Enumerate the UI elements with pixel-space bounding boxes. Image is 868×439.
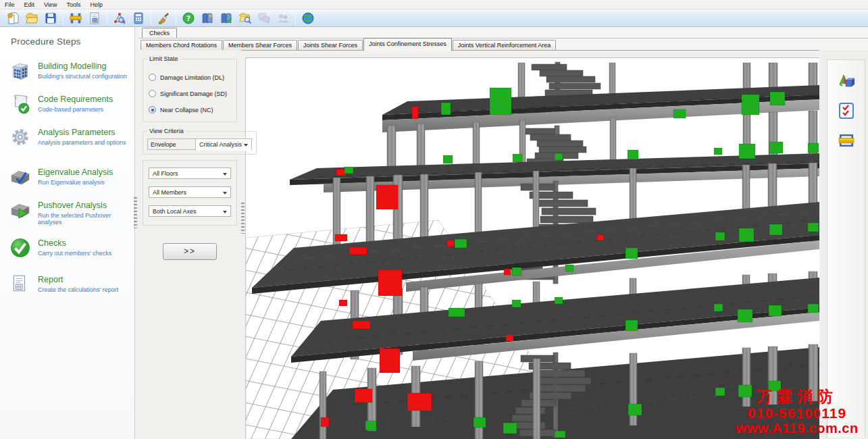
building-icon bbox=[9, 60, 31, 82]
toolbar-separator bbox=[63, 11, 63, 25]
step-subtitle: Run the selected Pushover analyses bbox=[38, 212, 134, 226]
expand-button[interactable]: >> bbox=[163, 243, 217, 260]
members-select[interactable]: All Members bbox=[149, 186, 231, 198]
report-preview-icon[interactable] bbox=[86, 11, 103, 26]
radio-label: Damage Limitation (DL) bbox=[160, 74, 224, 81]
step-title: Building Modelling bbox=[38, 61, 127, 71]
website-globe-icon[interactable] bbox=[300, 11, 316, 26]
sidebar-item-checks[interactable]: Checks Carry out members' checks bbox=[9, 237, 134, 259]
save-project-icon[interactable] bbox=[43, 11, 59, 26]
checks-book-icon[interactable] bbox=[218, 11, 234, 26]
sidebar-item-building-modelling[interactable]: Building Modelling Building's structural… bbox=[9, 60, 134, 82]
radio-circle[interactable] bbox=[149, 74, 156, 81]
step-title: Eigenvalue Analysis bbox=[38, 167, 113, 177]
tab-strip: Checks Members Chord Rotations Members S… bbox=[138, 27, 868, 50]
subtab-strip: Members Chord Rotations Members Shear Fo… bbox=[141, 38, 557, 50]
menu-help[interactable]: Help bbox=[85, 1, 107, 8]
scroll-check-icon bbox=[9, 93, 31, 115]
step-title: Analysis Parameters bbox=[38, 128, 126, 137]
sidebar-item-pushover-analysis[interactable]: Pushover Analysis Run the selected Pusho… bbox=[9, 199, 134, 226]
procedure-steps-panel: Procedure Steps Building Modelling Build… bbox=[0, 27, 135, 439]
step-title: Pushover Analysis bbox=[38, 201, 134, 210]
radio-circle[interactable] bbox=[149, 106, 156, 113]
subtab-joints-confinement-stresses[interactable]: Joints Confinement Stresses bbox=[363, 38, 452, 51]
sidebar-item-eigenvalue-analysis[interactable]: Eigenvalue Analysis Run Eigenvalue analy… bbox=[9, 166, 134, 188]
subtab-members-shear-forces[interactable]: Members Shear Forces bbox=[223, 40, 297, 50]
checks-settings-icon[interactable] bbox=[836, 101, 857, 121]
building-model-scene bbox=[246, 58, 819, 439]
radio-circle[interactable] bbox=[149, 90, 156, 97]
menu-file[interactable]: File bbox=[0, 1, 20, 8]
calculator-icon[interactable] bbox=[130, 11, 147, 26]
options-splitter[interactable] bbox=[241, 203, 245, 234]
sidebar-splitter[interactable] bbox=[134, 197, 137, 228]
step-subtitle: Carry out members' checks bbox=[38, 250, 111, 257]
subtab-joints-vertical-reinforcement-area[interactable]: Joints Vertical Reinforcement Area bbox=[453, 40, 557, 50]
green-check-icon bbox=[9, 237, 31, 259]
menu-edit[interactable]: Edit bbox=[20, 1, 40, 8]
step-subtitle: Code-based parameters bbox=[38, 106, 113, 113]
axes-select[interactable]: Both Local Axes bbox=[149, 205, 231, 217]
menu-view[interactable]: View bbox=[39, 1, 61, 8]
analysis-select[interactable]: Critical Analysis bbox=[195, 139, 251, 151]
sidebar-item-analysis-parameters[interactable]: Analysis Parameters Analysis parameters … bbox=[9, 126, 134, 148]
eigenvalue-block-icon bbox=[9, 166, 31, 188]
radio-damage-limitation[interactable]: Damage Limitation (DL) bbox=[149, 74, 231, 81]
sidebar-item-report[interactable]: Report Create the calculations' report bbox=[9, 274, 134, 295]
view-criteria-group: View Criteria Envelope Critical Analysis bbox=[143, 128, 257, 155]
step-title: Checks bbox=[38, 238, 111, 248]
view-tools-inner bbox=[827, 59, 865, 438]
view-tools-panel bbox=[819, 50, 868, 439]
svg-text:★: ★ bbox=[207, 13, 212, 19]
open-project-icon[interactable] bbox=[24, 11, 40, 26]
tutorial-book-icon[interactable]: ★ bbox=[199, 11, 215, 26]
main-toolbar: ? ★ bbox=[0, 9, 868, 27]
radio-label: Significant Damage (SD) bbox=[160, 91, 227, 97]
sidebar-item-code-requirements[interactable]: Code Requirements Code-based parameters bbox=[9, 93, 134, 115]
limit-state-group: Limit State Damage Limitation (DL) Signi… bbox=[143, 55, 237, 122]
frame-modeller-icon[interactable] bbox=[68, 11, 84, 26]
view-criteria-label: View Criteria bbox=[147, 128, 186, 134]
radio-significant-damage[interactable]: Significant Damage (SD) bbox=[149, 90, 231, 97]
frame-elements-icon[interactable] bbox=[836, 130, 857, 151]
tab-checks[interactable]: Checks bbox=[142, 28, 177, 38]
browse-folder-icon[interactable] bbox=[237, 11, 253, 26]
toolbar-separator bbox=[107, 11, 107, 25]
step-subtitle: Analysis parameters and options bbox=[38, 139, 126, 146]
envelope-label: Envelope bbox=[148, 139, 195, 149]
gear-icon bbox=[9, 126, 31, 148]
radio-label: Near Collapse (NC) bbox=[160, 107, 213, 113]
step-title: Report bbox=[38, 275, 118, 284]
pushover-block-icon bbox=[9, 199, 31, 221]
new-document-icon[interactable] bbox=[5, 11, 21, 26]
report-icon bbox=[9, 274, 31, 295]
toolbar-separator bbox=[295, 11, 296, 25]
checks-options-panel: Limit State Damage Limitation (DL) Signi… bbox=[138, 50, 241, 439]
user-accounts-icon[interactable] bbox=[275, 11, 291, 26]
sidebar-items: Building Modelling Building's structural… bbox=[9, 60, 134, 295]
toolbar-separator bbox=[176, 11, 176, 25]
step-subtitle: Building's structural configuration bbox=[38, 73, 127, 80]
structure-viewer-icon[interactable] bbox=[111, 11, 128, 26]
floors-select[interactable]: All Floors bbox=[149, 167, 231, 179]
limit-state-label: Limit State bbox=[147, 55, 180, 62]
svg-text:?: ? bbox=[186, 14, 190, 23]
filters-box: All Floors All Members Both Local Axes bbox=[143, 160, 237, 226]
subtab-joints-shear-forces[interactable]: Joints Shear Forces bbox=[298, 40, 363, 50]
model-3d-view[interactable] bbox=[245, 57, 819, 439]
subtab-members-chord-rotations[interactable]: Members Chord Rotations bbox=[141, 40, 222, 50]
radio-near-collapse[interactable]: Near Collapse (NC) bbox=[149, 106, 231, 113]
toolbar-separator bbox=[151, 11, 151, 25]
step-subtitle: Create the calculations' report bbox=[38, 286, 118, 293]
menu-tools[interactable]: Tools bbox=[61, 1, 85, 8]
sidebar-title: Procedure Steps bbox=[11, 36, 134, 47]
step-title: Code Requirements bbox=[38, 95, 113, 104]
display-objects-icon[interactable] bbox=[836, 71, 857, 91]
envelope-row: Envelope Critical Analysis bbox=[147, 138, 252, 150]
paintbrush-icon[interactable] bbox=[155, 11, 172, 26]
feedback-bubbles-icon[interactable] bbox=[256, 11, 272, 26]
menu-bar: File Edit View Tools Help bbox=[0, 0, 868, 9]
help-icon[interactable]: ? bbox=[180, 11, 197, 26]
step-subtitle: Run Eigenvalue analysis bbox=[38, 179, 113, 186]
